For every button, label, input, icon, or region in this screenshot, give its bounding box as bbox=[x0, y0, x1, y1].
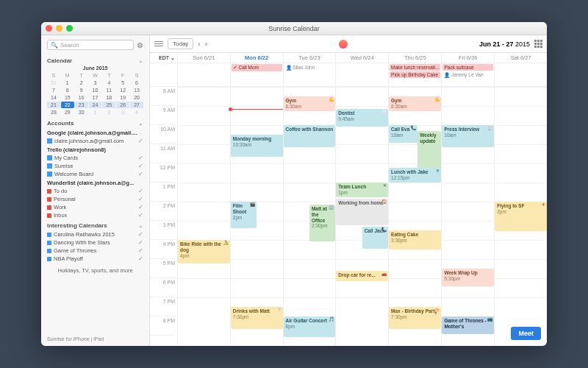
day-header: Fri 6/26 bbox=[442, 53, 494, 63]
event[interactable]: Game of Thrones - Mother's📺 bbox=[442, 316, 494, 334]
mini-calendar[interactable]: June 2015 SMTWTFS31123456789101112131415… bbox=[47, 66, 143, 116]
day-slots[interactable]: Flying to SF2pm✈ bbox=[495, 87, 547, 316]
calendar-item[interactable]: claire.johnson.a@gmail.com✓ bbox=[47, 137, 143, 145]
gear-icon[interactable]: ⚙ bbox=[137, 41, 143, 49]
calendar-item[interactable]: To do✓ bbox=[47, 187, 143, 195]
event[interactable]: Drinks with Matt7:30pm🍸 bbox=[231, 307, 283, 329]
app-window: Sunrise Calendar 🔍 Search ⚙ Calendar⌄ Ju… bbox=[41, 22, 547, 346]
day-slots[interactable]: Gym8:30am💪Call Eva10am📞Weekly updateLunc… bbox=[389, 87, 441, 316]
allday-area[interactable]: ✓ Call Mom bbox=[231, 63, 283, 87]
chevron-down-icon[interactable]: ⌄ bbox=[138, 120, 143, 127]
event[interactable]: Dentist9:45am🦷 bbox=[336, 109, 388, 127]
event[interactable]: Air Guitar Concert8pm🎵 bbox=[284, 316, 336, 337]
allday-event[interactable]: Pick up Birthday Cake bbox=[390, 71, 440, 78]
day-column[interactable]: Sun 6/21Bike Ride with the dog4pm🚴 bbox=[178, 53, 231, 346]
event[interactable]: Team Lunch1pm✕ bbox=[336, 183, 388, 197]
window-title: Sunrise Calendar bbox=[41, 25, 547, 32]
event[interactable]: Gym8:30am💪 bbox=[389, 96, 441, 111]
event[interactable]: Film Shoot2pm🎬 bbox=[231, 202, 257, 228]
calendar-item[interactable]: Sunrise✓ bbox=[47, 162, 143, 170]
day-column[interactable]: Fri 6/26Pack suitcase👤 Jeremy Le VanPres… bbox=[442, 53, 495, 346]
allday-event[interactable]: Make lunch reservati... bbox=[390, 64, 440, 71]
birthday-item[interactable]: 👤 Silas John bbox=[284, 64, 335, 71]
footer-links[interactable]: Sunrise for iPhone | iPad bbox=[47, 336, 143, 342]
chevron-down-icon[interactable]: ⌄ bbox=[138, 222, 143, 229]
event[interactable]: Working from home🏠 bbox=[336, 199, 388, 225]
day-column[interactable]: Sat 6/27Flying to SF2pm✈ bbox=[495, 53, 547, 346]
day-slots[interactable]: Bike Ride with the dog4pm🚴 bbox=[178, 87, 230, 316]
calendar-item[interactable]: My Cards✓ bbox=[47, 154, 143, 162]
accounts-label: Accounts bbox=[47, 120, 74, 127]
allday-area[interactable] bbox=[336, 63, 388, 87]
time-column: EDT ⌄ 8 AM9 AM10 AM11 AM12 PM1 PM2 PM3 P… bbox=[150, 53, 178, 346]
event[interactable]: Gym8:30am💪 bbox=[284, 96, 336, 111]
allday-area[interactable]: 👤 Silas John bbox=[284, 63, 336, 87]
birthday-item[interactable]: 👤 Jeremy Le Van bbox=[442, 71, 493, 79]
day-column[interactable]: Thu 6/25Make lunch reservati...Pick up B… bbox=[389, 53, 442, 346]
wunderlist-account[interactable]: Wunderlist (claire.johnson.a@g... bbox=[47, 180, 143, 186]
calendar-item[interactable]: Personal✓ bbox=[47, 195, 143, 203]
today-button[interactable]: Today bbox=[168, 38, 193, 49]
promo-text[interactable]: Holidays, TV, sports, and more bbox=[47, 267, 143, 274]
google-account[interactable]: Google (claire.johnson.a@gmail.... bbox=[47, 130, 143, 136]
event[interactable]: Drop car for re...🚗 bbox=[336, 271, 388, 281]
calendar-item[interactable]: NBA Playoff✓ bbox=[47, 255, 143, 263]
allday-event[interactable]: ✓ Call Mom bbox=[232, 64, 282, 71]
trello-account[interactable]: Trello (clairejohnson8) bbox=[47, 146, 143, 153]
search-placeholder: Search bbox=[60, 42, 79, 49]
day-header: Tue 6/23 bbox=[284, 53, 336, 63]
calendar-item[interactable]: Inbox✓ bbox=[47, 211, 143, 219]
event[interactable]: Press Interview10am📰 bbox=[442, 125, 494, 147]
allday-area[interactable] bbox=[495, 63, 547, 87]
event[interactable]: Call Jack📞 bbox=[362, 227, 388, 249]
allday-event[interactable]: Pack suitcase bbox=[442, 64, 493, 71]
search-input[interactable]: 🔍 Search bbox=[47, 40, 134, 50]
allday-area[interactable]: Make lunch reservati...Pick up Birthday … bbox=[389, 63, 441, 87]
allday-area[interactable]: Pack suitcase👤 Jeremy Le Van bbox=[442, 63, 494, 87]
event[interactable]: Eating Cake3:30pm bbox=[389, 230, 441, 250]
event[interactable]: Weekly update bbox=[417, 131, 441, 171]
day-slots[interactable]: Dentist9:45am🦷Team Lunch1pm✕Working from… bbox=[336, 87, 388, 316]
menu-icon[interactable] bbox=[154, 41, 163, 46]
month-title: June 2015 bbox=[47, 66, 143, 71]
sunrise-logo-icon bbox=[339, 40, 348, 49]
calendar-item[interactable]: Dancing With the Stars✓ bbox=[47, 238, 143, 247]
event[interactable]: Monday morning10:30am bbox=[231, 135, 283, 157]
event[interactable]: Week Wrap Up5:30pm bbox=[442, 269, 494, 286]
day-header: Sun 6/21 bbox=[178, 53, 230, 63]
meet-button[interactable]: Meet bbox=[511, 327, 541, 340]
day-header: Sat 6/27 bbox=[495, 53, 547, 63]
day-slots[interactable]: Gym8:30am💪Coffee with ShannonMatt at the… bbox=[284, 87, 336, 316]
day-column[interactable]: Tue 6/23👤 Silas JohnGym8:30am💪Coffee wit… bbox=[284, 53, 337, 346]
next-button[interactable]: › bbox=[205, 40, 207, 48]
day-column[interactable]: Wed 6/24Dentist9:45am🦷Team Lunch1pm✕Work… bbox=[336, 53, 389, 346]
calendar-section-label: Calendar bbox=[47, 57, 72, 64]
event[interactable]: Flying to SF2pm✈ bbox=[495, 202, 547, 231]
toolbar: Today ‹ › Jun 21 - 27 2015 bbox=[150, 35, 547, 53]
event[interactable]: Bike Ride with the dog4pm🚴 bbox=[178, 240, 230, 263]
event[interactable]: Call Eva10am📞 bbox=[389, 125, 417, 143]
interesting-label: Interesting Calendars bbox=[47, 222, 107, 229]
allday-area[interactable] bbox=[178, 63, 230, 87]
day-slots[interactable]: Press Interview10am📰Week Wrap Up5:30pmGa… bbox=[442, 87, 494, 316]
event[interactable]: Matt at the Office2:30pm🏢 bbox=[309, 205, 335, 241]
calendar-item[interactable]: Game of Thrones✓ bbox=[47, 247, 143, 255]
now-indicator bbox=[231, 109, 283, 110]
event[interactable]: Max - Birthday Party7:30pm🎂 bbox=[389, 307, 441, 329]
chevron-down-icon[interactable]: ⌄ bbox=[138, 57, 143, 64]
day-header: Thu 6/25 bbox=[389, 53, 441, 63]
calendar-item[interactable]: Work✓ bbox=[47, 203, 143, 211]
calendar-item[interactable]: Welcome Board✓ bbox=[47, 170, 143, 178]
day-column[interactable]: Mon 6/22✓ Call MomMonday morning10:30amF… bbox=[231, 53, 284, 346]
search-icon: 🔍 bbox=[51, 42, 58, 49]
titlebar: Sunrise Calendar bbox=[41, 22, 547, 35]
day-slots[interactable]: Monday morning10:30amFilm Shoot2pm🎬Drink… bbox=[231, 87, 283, 316]
calendar-item[interactable]: Carolina Railhawks 2015✓ bbox=[47, 230, 143, 238]
event[interactable]: Coffee with Shannon bbox=[284, 125, 336, 147]
view-grid-icon[interactable] bbox=[534, 40, 542, 48]
timezone-selector[interactable]: EDT ⌄ bbox=[150, 53, 175, 63]
prev-button[interactable]: ‹ bbox=[198, 40, 200, 48]
calendar-grid: EDT ⌄ 8 AM9 AM10 AM11 AM12 PM1 PM2 PM3 P… bbox=[150, 53, 547, 346]
event[interactable]: Lunch with Jake12:15pm✕ bbox=[389, 168, 441, 183]
day-header: Mon 6/22 bbox=[231, 53, 283, 63]
